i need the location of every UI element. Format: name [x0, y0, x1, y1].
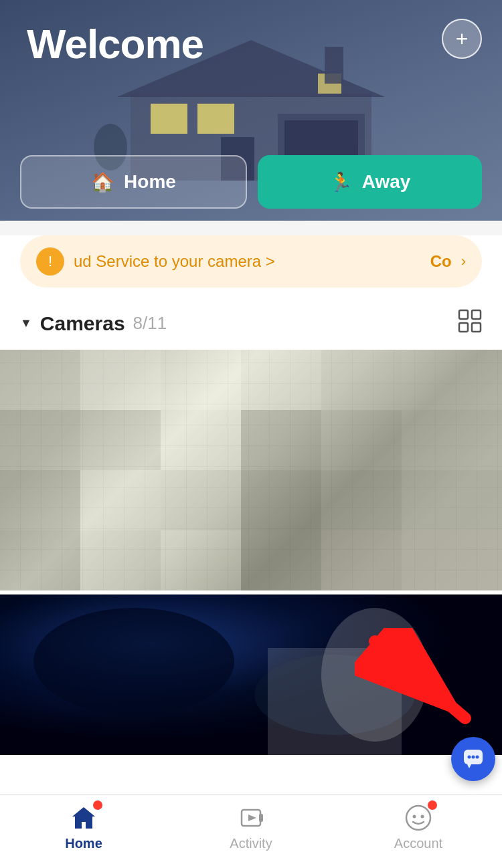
home-mode-label: Home — [124, 171, 176, 193]
svg-rect-11 — [459, 310, 468, 319]
notification-icon: ! — [36, 247, 64, 276]
red-arrow — [355, 628, 489, 735]
home-mode-button[interactable]: 🏠 Home — [20, 155, 247, 209]
mode-buttons-container: 🏠 Home 🏃 Away — [20, 155, 482, 209]
svg-rect-38 — [402, 530, 502, 590]
away-mode-button[interactable]: 🏃 Away — [258, 155, 482, 209]
svg-rect-24 — [241, 410, 321, 470]
svg-rect-30 — [241, 470, 321, 530]
activity-nav-icon-wrap — [236, 803, 266, 833]
nav-item-account[interactable]: Account — [335, 803, 502, 851]
svg-rect-19 — [321, 350, 402, 410]
camera-feed-1-thumbnail — [0, 350, 502, 590]
main-content: ! ud Service to your camera > Co › ▼ Cam… — [0, 235, 502, 839]
svg-rect-22 — [80, 410, 161, 470]
svg-point-48 — [472, 756, 475, 759]
activity-nav-icon — [236, 803, 266, 833]
svg-rect-4 — [151, 104, 187, 134]
home-nav-icon-wrap — [69, 803, 98, 833]
svg-marker-50 — [467, 764, 471, 768]
notification-banner[interactable]: ! ud Service to your camera > Co › — [20, 235, 482, 288]
svg-point-49 — [476, 756, 479, 759]
camera-feed-2-thumbnail — [0, 594, 502, 755]
svg-rect-53 — [259, 814, 263, 822]
svg-rect-18 — [241, 350, 321, 410]
svg-point-55 — [413, 815, 416, 819]
svg-point-47 — [468, 756, 471, 759]
away-mode-icon: 🏃 — [329, 171, 353, 193]
account-nav-icon-wrap — [404, 803, 433, 833]
svg-rect-33 — [0, 530, 80, 590]
svg-rect-20 — [402, 350, 502, 410]
svg-rect-32 — [402, 470, 502, 530]
svg-rect-15 — [0, 350, 80, 410]
svg-rect-36 — [241, 530, 321, 590]
svg-rect-21 — [0, 410, 80, 470]
page-title: Welcome — [27, 20, 203, 68]
svg-rect-14 — [472, 323, 481, 332]
svg-rect-31 — [321, 470, 402, 530]
svg-rect-8 — [325, 47, 343, 84]
svg-line-45 — [375, 641, 465, 718]
svg-marker-52 — [248, 815, 256, 821]
svg-point-54 — [406, 806, 430, 830]
home-nav-dot — [93, 800, 102, 810]
svg-rect-29 — [161, 470, 241, 530]
notification-chevron: › — [461, 253, 466, 270]
svg-rect-12 — [472, 310, 481, 319]
bottom-nav: Home Activity Account — [0, 794, 502, 868]
notification-action[interactable]: Co — [430, 252, 452, 271]
svg-rect-25 — [321, 410, 402, 470]
cameras-label: Cameras — [40, 312, 125, 335]
svg-point-40 — [33, 608, 234, 715]
svg-rect-13 — [459, 323, 468, 332]
account-nav-dot — [428, 800, 437, 810]
grid-view-icon[interactable] — [458, 309, 482, 338]
cameras-header: ▼ Cameras 8/11 — [0, 302, 502, 350]
cameras-left: ▼ Cameras 8/11 — [20, 312, 167, 335]
away-mode-label: Away — [362, 171, 411, 193]
svg-rect-35 — [161, 530, 241, 590]
notification-text: ud Service to your camera > — [74, 252, 421, 271]
collapse-icon[interactable]: ▼ — [20, 316, 32, 330]
svg-rect-26 — [402, 410, 502, 470]
activity-nav-label: Activity — [230, 836, 272, 851]
camera-feed-1[interactable] — [0, 350, 502, 590]
svg-point-56 — [421, 815, 424, 819]
svg-rect-28 — [80, 470, 161, 530]
chat-fab-button[interactable] — [451, 737, 495, 781]
svg-rect-27 — [0, 470, 80, 530]
account-nav-label: Account — [394, 836, 442, 851]
svg-rect-37 — [321, 530, 402, 590]
nav-item-activity[interactable]: Activity — [167, 803, 335, 851]
svg-rect-23 — [161, 410, 241, 470]
add-button[interactable]: + — [442, 19, 482, 59]
camera-feed-2[interactable] — [0, 594, 502, 755]
nav-item-home[interactable]: Home — [0, 803, 167, 851]
svg-rect-34 — [80, 530, 161, 590]
home-nav-label: Home — [65, 836, 102, 851]
cameras-count: 8/11 — [133, 313, 167, 334]
svg-rect-5 — [197, 104, 234, 134]
svg-rect-16 — [80, 350, 161, 410]
svg-rect-17 — [161, 350, 241, 410]
hero-section: Welcome + 🏠 Home 🏃 Away — [0, 0, 502, 221]
home-mode-icon: 🏠 — [91, 171, 114, 193]
